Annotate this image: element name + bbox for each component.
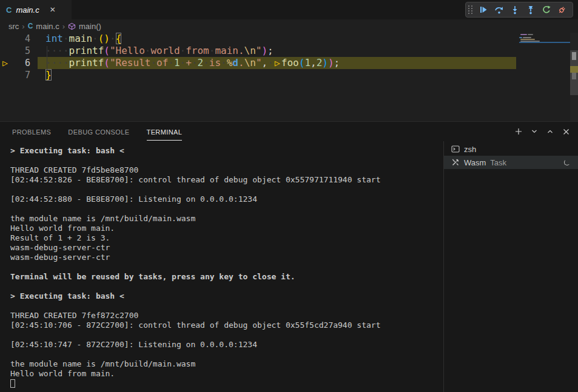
terminal-line [10,156,443,165]
terminal-list-label: zsh [464,145,476,154]
terminal-line: THREAD CREATED 7fef872c2700 [10,311,443,321]
code-line-6: 6▷····printf("Result·of·1·+·2·is·%d.\n",… [0,57,578,69]
editor-scrollbar[interactable] [570,33,578,121]
terminal-line: > Executing task: bash < [10,146,443,156]
tab-main-c[interactable]: C main.c ✕ [0,0,72,19]
line-number-gutter[interactable]: 6▷ [0,57,38,69]
terminal-line: Terminal will be reused by tasks, press … [10,272,443,282]
terminal-line: wasm-debug-server-ctr [10,253,443,262]
breadcrumb-separator-icon: › [22,22,24,31]
task-busy-spinner-icon [564,159,570,165]
overview-mark [572,73,576,79]
step-into-button[interactable] [508,3,522,16]
overview-mark [572,52,576,60]
terminal-line: the module name is /mnt/build/main.wasm [10,359,443,369]
panel-tab-problems[interactable]: PROBLEMS [12,123,51,141]
breadcrumb-separator-icon: › [62,22,65,31]
terminal-list-item-wasm[interactable]: WasmTask [444,156,578,169]
terminal-line: Result of 1 + 2 is 3. [10,233,443,243]
breadcrumb-item-src[interactable]: src [8,22,19,31]
breadcrumb-label: main.c [36,22,59,31]
terminal-cursor [10,379,15,388]
terminal-line [10,185,443,194]
line-number-gutter[interactable]: 7 [0,69,38,81]
terminal-line: Hello world from main. [10,369,443,379]
breadcrumb-label: src [8,22,19,31]
maximize-panel-button[interactable] [544,125,556,138]
terminal-line: Hello world from main. [10,224,443,233]
code-editor[interactable]: 4int·main·()·{5····printf("Hello·world·f… [0,33,578,121]
code-text[interactable]: ····printf("Hello·world·from·main.\n"); [38,45,516,57]
terminal-line [10,330,443,340]
close-tab-icon[interactable]: ✕ [50,5,56,14]
code-text[interactable]: ····printf("Result·of·1·+·2·is·%d.\n",·▷… [38,57,516,69]
bottom-panel: PROBLEMSDEBUG CONSOLETERMINAL > Executin… [0,121,578,392]
new-terminal-button[interactable] [512,125,525,138]
inline-execution-marker-icon: ▷ [274,58,281,68]
c-file-icon: C [6,5,12,15]
terminal-output[interactable]: > Executing task: bash <THREAD CREATED 7… [0,141,443,392]
terminal-line: [02:45:10:706 - 872C2700]: control threa… [10,321,443,330]
tools-icon [451,158,460,167]
terminal-line: the module name is /mnt/build/main.wasm [10,214,443,224]
vscode-window: C main.c ✕ src›Cmain.c›main() 4int·main·… [0,0,578,392]
debug-toolbar [465,2,573,18]
terminal-list-label: Wasm [464,158,486,167]
tab-label: main.c [16,5,39,15]
terminal-line: THREAD CREATED 7fd5be8e8700 [10,165,443,175]
editor-tab-bar: C main.c ✕ [0,0,578,19]
c-file-icon: C [28,22,33,30]
drag-handle-icon[interactable] [468,5,473,14]
terminal-list-suffix: Task [490,158,506,167]
terminal-line: [02:45:10:747 - 872C2700]: Listening on … [10,340,443,350]
breadcrumb-item-main[interactable]: main() [68,22,101,31]
terminal-line: [02:44:52:826 - BE8E8700]: control threa… [10,175,443,185]
continue-button[interactable] [477,3,490,16]
code-line-4: 4int·main·()·{ [0,33,578,45]
terminal-icon [451,145,460,153]
step-over-button[interactable] [492,3,506,16]
panel-header: PROBLEMSDEBUG CONSOLETERMINAL [0,122,578,141]
terminal-line [10,301,443,311]
terminal-dropdown-button[interactable] [528,125,540,138]
close-panel-button[interactable] [560,125,572,138]
panel-tab-terminal[interactable]: TERMINAL [147,123,183,141]
code-line-7: 7} [0,69,578,81]
disconnect-button[interactable] [556,3,569,16]
terminal-line [10,204,443,214]
terminal-line [10,350,443,359]
step-out-button[interactable] [524,3,537,16]
minimap-highlight [519,42,570,43]
code-line-5: 5····printf("Hello·world·from·main.\n"); [0,45,578,57]
breadcrumb-item-mainc[interactable]: Cmain.c [28,22,59,31]
terminal-instance-list: zshWasmTask [443,141,578,392]
debug-current-line-arrow-icon: ▷ [2,57,8,69]
terminal-line: > Executing task: bash < [10,291,443,301]
panel-tab-debug-console[interactable]: DEBUG CONSOLE [68,123,129,141]
restart-button[interactable] [540,3,553,16]
breadcrumb-label: main() [79,22,101,31]
terminal-list-item-zsh[interactable]: zsh [444,142,578,156]
code-text[interactable]: int·main·()·{ [38,33,516,45]
minimap[interactable] [519,33,570,121]
terminal-line [10,262,443,272]
terminal-line [10,282,443,291]
terminal-line: wasm-debug-server-ctr [10,243,443,253]
overview-debug-line-mark [570,66,578,73]
code-text[interactable]: } [38,69,516,81]
breadcrumb: src›Cmain.c›main() [0,19,578,33]
line-number-gutter[interactable]: 5 [0,45,38,57]
line-number-gutter[interactable]: 4 [0,33,38,45]
indent-guide [47,46,47,70]
symbol-module-icon [68,22,76,30]
terminal-line: [02:44:52:880 - BE8E8700]: Listening on … [10,194,443,204]
